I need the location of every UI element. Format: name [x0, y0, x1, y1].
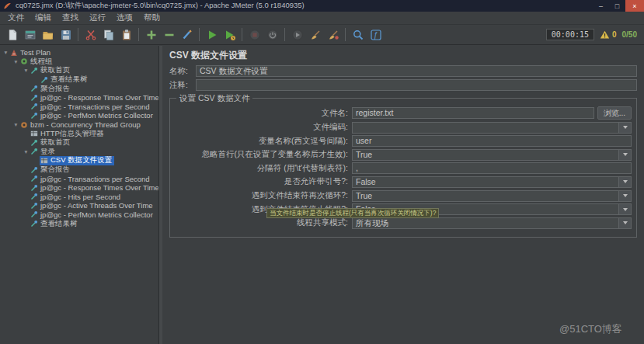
- tree-expand-icon[interactable]: ▾: [2, 49, 9, 56]
- menu-item[interactable]: 文件: [2, 12, 30, 24]
- start-button[interactable]: [203, 26, 221, 43]
- remote-start-all-button[interactable]: [288, 26, 306, 43]
- allow-quoted-data-combo[interactable]: False: [352, 176, 632, 188]
- tree-item[interactable]: ▾bzm - Concurrency Thread Group: [0, 120, 158, 130]
- menu-item[interactable]: 选项: [111, 12, 138, 24]
- dropdown-button[interactable]: [618, 191, 631, 201]
- file-encoding-label: 文件编码:: [175, 122, 352, 133]
- menu-item[interactable]: 查找: [57, 12, 84, 24]
- open-file-button[interactable]: [39, 26, 57, 43]
- listener-icon: [30, 112, 38, 120]
- tree-item[interactable]: HTTP信息头管理器: [0, 129, 158, 138]
- dropdown-button[interactable]: [618, 150, 631, 160]
- function-helper-button[interactable]: ƒ: [367, 26, 385, 43]
- sampler-icon: [30, 148, 38, 155]
- tree-item[interactable]: jp@gc - Response Times Over Time: [0, 93, 158, 103]
- clear-all-button[interactable]: [324, 26, 342, 43]
- listener-icon: [40, 76, 48, 84]
- shutdown-button[interactable]: [263, 26, 281, 43]
- recycle-on-eof-label: 遇到文件结束符再次循环?:: [175, 190, 352, 201]
- new-file-button[interactable]: [3, 26, 21, 43]
- toggle-button[interactable]: [178, 26, 196, 43]
- minimize-button[interactable]: –: [593, 0, 609, 12]
- ignore-first-line-combo[interactable]: True: [352, 149, 632, 161]
- stop-icon: [249, 29, 261, 41]
- search-icon: [352, 29, 364, 41]
- tree-expand-icon[interactable]: ▾: [12, 121, 19, 128]
- tree-item[interactable]: jp@gc - Transactions per Second: [0, 174, 158, 183]
- expand-all-button[interactable]: [142, 26, 160, 43]
- filename-input[interactable]: register.txt: [352, 107, 594, 119]
- menu-item[interactable]: 帮助: [138, 12, 165, 24]
- title-bar: cq0725.jmx (D:\软件\apache-jmeter-5.0\bin\…: [0, 0, 644, 12]
- listener-icon: [30, 220, 38, 228]
- comment-field[interactable]: [196, 79, 637, 91]
- paste-button[interactable]: [117, 26, 135, 43]
- tree-item[interactable]: ▾线程组: [0, 57, 158, 67]
- dropdown-button[interactable]: [618, 177, 631, 187]
- open-file-icon: [42, 29, 54, 41]
- tree-item[interactable]: 聚合报告: [0, 84, 158, 93]
- tree-item[interactable]: 聚合报告: [0, 165, 158, 175]
- tree-item[interactable]: ▾登录: [0, 148, 158, 157]
- maximize-button[interactable]: □: [609, 0, 625, 12]
- tree-expand-icon[interactable]: ▾: [12, 58, 19, 65]
- tree-item[interactable]: ▾获取首页: [0, 66, 158, 75]
- tree-item[interactable]: CSV 数据文件设置: [0, 156, 158, 165]
- tree-item-label: bzm - Concurrency Thread Group: [30, 120, 141, 129]
- recycle-on-eof-combo[interactable]: True: [352, 190, 632, 202]
- toolbar-status: 00:00:15 0 0/50: [546, 29, 641, 40]
- ignore-first-line-value: True: [353, 150, 618, 160]
- clear-button[interactable]: [306, 26, 324, 43]
- toolbar-buttons: ƒ: [3, 26, 385, 43]
- tree-item-label: jp@gc - Response Times Over Time: [40, 93, 159, 102]
- templates-button[interactable]: [21, 26, 39, 43]
- start-no-pauses-button[interactable]: [221, 26, 238, 43]
- browse-button[interactable]: 浏览...: [597, 106, 632, 120]
- listener-icon: [30, 202, 38, 210]
- delimiter-input[interactable]: ,: [352, 162, 632, 174]
- dropdown-button[interactable]: [618, 204, 631, 214]
- tree-item[interactable]: jp@gc - Transactions per Second: [0, 103, 158, 112]
- stop-button[interactable]: [245, 26, 263, 43]
- name-field[interactable]: CSV 数据文件设置: [196, 65, 637, 77]
- dropdown-button[interactable]: [618, 123, 631, 133]
- search-button[interactable]: [349, 26, 367, 43]
- file-encoding-value: [353, 123, 618, 133]
- listener-icon: [30, 193, 38, 200]
- menu-item[interactable]: 运行: [84, 12, 111, 24]
- tooltip: 当文件结束时是否停止线程(只有当再次循环关闭情况下)?: [266, 208, 439, 218]
- save-button[interactable]: [57, 26, 75, 43]
- tree-item[interactable]: jp@gc - Hits per Second: [0, 193, 158, 202]
- collapse-all-button[interactable]: [160, 26, 178, 43]
- sharing-mode-label: 线程共享模式:: [175, 217, 352, 228]
- close-button[interactable]: ×: [625, 0, 644, 12]
- tree-item[interactable]: ▾Test Plan: [0, 48, 158, 57]
- file-encoding-combo[interactable]: [352, 122, 632, 134]
- dropdown-button[interactable]: [618, 218, 631, 228]
- tree-item[interactable]: 获取首页: [0, 138, 158, 148]
- menu-item[interactable]: 编辑: [30, 12, 57, 24]
- tree-item[interactable]: 查看结果树: [0, 219, 158, 228]
- chevron-down-icon: [623, 194, 628, 197]
- watermark: @51CTO博客: [559, 322, 622, 336]
- name-row: 名称: CSV 数据文件设置: [169, 65, 637, 77]
- tree-item[interactable]: jp@gc - Response Times Over Time: [0, 183, 158, 193]
- clear-all-icon: [327, 29, 339, 41]
- remote-start-icon: [291, 29, 304, 41]
- tree-item[interactable]: 查看结果树: [0, 75, 158, 85]
- name-label: 名称:: [169, 66, 196, 77]
- sharing-mode-combo[interactable]: 所有现场: [352, 217, 632, 229]
- cut-button[interactable]: [82, 26, 99, 43]
- tree-item[interactable]: jp@gc - PerfMon Metrics Collector: [0, 111, 158, 120]
- tree-item[interactable]: jp@gc - PerfMon Metrics Collector: [0, 210, 158, 220]
- log-errors-indicator[interactable]: 0: [600, 30, 617, 40]
- tree-expand-icon[interactable]: ▾: [23, 67, 30, 74]
- copy-button[interactable]: [99, 26, 117, 43]
- tree-item-label: jp@gc - PerfMon Metrics Collector: [40, 210, 153, 219]
- tree-expand-icon[interactable]: ▾: [23, 148, 30, 155]
- cut-icon: [85, 29, 97, 41]
- tree-item[interactable]: jp@gc - Active Threads Over Time: [0, 201, 158, 210]
- sampler-icon: [30, 139, 38, 147]
- variable-names-input[interactable]: user: [352, 135, 632, 147]
